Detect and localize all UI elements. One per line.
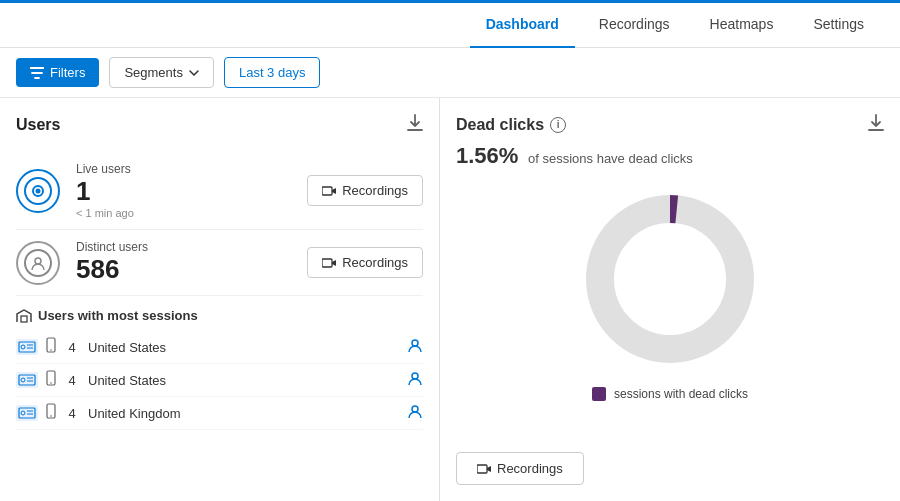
user-icon-0	[407, 337, 423, 353]
live-users-label: Live users	[76, 162, 291, 176]
nav-dashboard[interactable]: Dashboard	[470, 0, 575, 48]
toolbar: Filters Segments Last 3 days	[0, 48, 900, 98]
session-user-icon-1[interactable]	[407, 370, 423, 390]
svg-point-18	[50, 383, 52, 385]
distinct-users-card: Distinct users 586 Recordings	[16, 230, 423, 296]
session-user-icon-2[interactable]	[407, 403, 423, 423]
session-country-0: United States	[88, 340, 399, 355]
nav-settings[interactable]: Settings	[797, 0, 880, 48]
live-pulse-icon	[30, 183, 46, 199]
live-avatar-inner	[24, 177, 52, 205]
mobile-icon	[46, 337, 56, 353]
session-row-2: 4 United Kingdom	[16, 397, 423, 430]
svg-point-3	[35, 258, 41, 264]
info-icon[interactable]: i	[550, 117, 566, 133]
session-count-1: 4	[64, 373, 80, 388]
device-icon-2	[46, 403, 56, 423]
svg-point-25	[50, 416, 52, 418]
dead-clicks-description: of sessions have dead clicks	[528, 151, 693, 166]
svg-point-19	[412, 373, 418, 379]
dead-clicks-recordings-label: Recordings	[497, 461, 563, 476]
distinct-users-count: 586	[76, 254, 291, 285]
sessions-header-icon	[16, 309, 32, 323]
recordings-icon-bottom	[477, 464, 491, 474]
live-users-card: Live users 1 < 1 min ago Recordings	[16, 152, 423, 230]
svg-rect-4	[322, 259, 332, 267]
id-card-icon	[18, 341, 36, 353]
session-row-0: 4 United States	[16, 331, 423, 364]
distinct-recordings-button[interactable]: Recordings	[307, 247, 423, 278]
device-icon-1	[46, 370, 56, 390]
dead-clicks-header: Dead clicks i	[456, 114, 884, 135]
download-icon[interactable]	[407, 114, 423, 136]
main-content: Users Live users 1 < 1 min ago	[0, 98, 900, 501]
users-title: Users	[16, 116, 60, 134]
chevron-down-icon	[189, 70, 199, 76]
segments-button[interactable]: Segments	[109, 57, 214, 88]
id-card-icon-1	[18, 374, 36, 386]
distinct-users-label: Distinct users	[76, 240, 291, 254]
id-card-icon-2	[18, 407, 36, 419]
svg-point-21	[21, 411, 25, 415]
svg-rect-29	[477, 465, 487, 473]
dead-clicks-title: Dead clicks i	[456, 116, 566, 134]
mobile-icon-1	[46, 370, 56, 386]
dead-clicks-download-icon[interactable]	[868, 114, 884, 135]
filter-icon	[30, 67, 44, 79]
svg-point-11	[50, 350, 52, 352]
recordings-icon	[322, 186, 336, 196]
filters-label: Filters	[50, 65, 85, 80]
session-count-2: 4	[64, 406, 80, 421]
sessions-header: Users with most sessions	[16, 308, 423, 323]
svg-point-1	[36, 188, 41, 193]
session-id-icon-2	[16, 405, 38, 421]
distinct-avatar	[16, 241, 60, 285]
dead-clicks-stat: 1.56% of sessions have dead clicks	[456, 143, 884, 169]
live-users-count: 1	[76, 176, 291, 207]
users-panel: Users Live users 1 < 1 min ago	[0, 98, 440, 501]
session-id-icon-1	[16, 372, 38, 388]
session-country-1: United States	[88, 373, 399, 388]
svg-rect-2	[322, 187, 332, 195]
dead-clicks-label: Dead clicks	[456, 116, 544, 134]
distinct-avatar-inner	[24, 249, 52, 277]
live-recordings-label: Recordings	[342, 183, 408, 198]
mobile-icon-2	[46, 403, 56, 419]
svg-rect-5	[21, 316, 27, 322]
session-count-0: 4	[64, 340, 80, 355]
dead-clicks-percentage: 1.56%	[456, 143, 518, 168]
svg-point-26	[412, 406, 418, 412]
date-button[interactable]: Last 3 days	[224, 57, 321, 88]
donut-chart	[570, 179, 770, 379]
device-icon-0	[46, 337, 56, 357]
dead-clicks-recordings-button[interactable]: Recordings	[456, 452, 584, 485]
users-panel-header: Users	[16, 114, 423, 136]
live-users-sub: < 1 min ago	[76, 207, 291, 219]
segments-label: Segments	[124, 65, 183, 80]
legend-label: sessions with dead clicks	[614, 387, 748, 401]
dead-clicks-panel: Dead clicks i 1.56% of sessions have dea…	[440, 98, 900, 501]
user-icon-1	[407, 370, 423, 386]
user-icon-2	[407, 403, 423, 419]
top-nav-bar: Dashboard Recordings Heatmaps Settings	[0, 0, 900, 48]
legend: sessions with dead clicks	[592, 387, 748, 401]
live-users-info: Live users 1 < 1 min ago	[76, 162, 291, 219]
svg-point-14	[21, 378, 25, 382]
live-recordings-button[interactable]: Recordings	[307, 175, 423, 206]
nav-recordings[interactable]: Recordings	[583, 0, 686, 48]
donut-svg	[570, 179, 770, 379]
svg-point-12	[412, 340, 418, 346]
distinct-recordings-label: Recordings	[342, 255, 408, 270]
legend-dot	[592, 387, 606, 401]
live-avatar	[16, 169, 60, 213]
chart-container: sessions with dead clicks	[456, 169, 884, 452]
person-icon	[30, 255, 46, 271]
session-user-icon-0[interactable]	[407, 337, 423, 357]
filters-button[interactable]: Filters	[16, 58, 99, 87]
session-row-1: 4 United States	[16, 364, 423, 397]
session-country-2: United Kingdom	[88, 406, 399, 421]
nav-heatmaps[interactable]: Heatmaps	[694, 0, 790, 48]
sessions-header-label: Users with most sessions	[38, 308, 198, 323]
distinct-users-info: Distinct users 586	[76, 240, 291, 285]
svg-point-7	[21, 345, 25, 349]
